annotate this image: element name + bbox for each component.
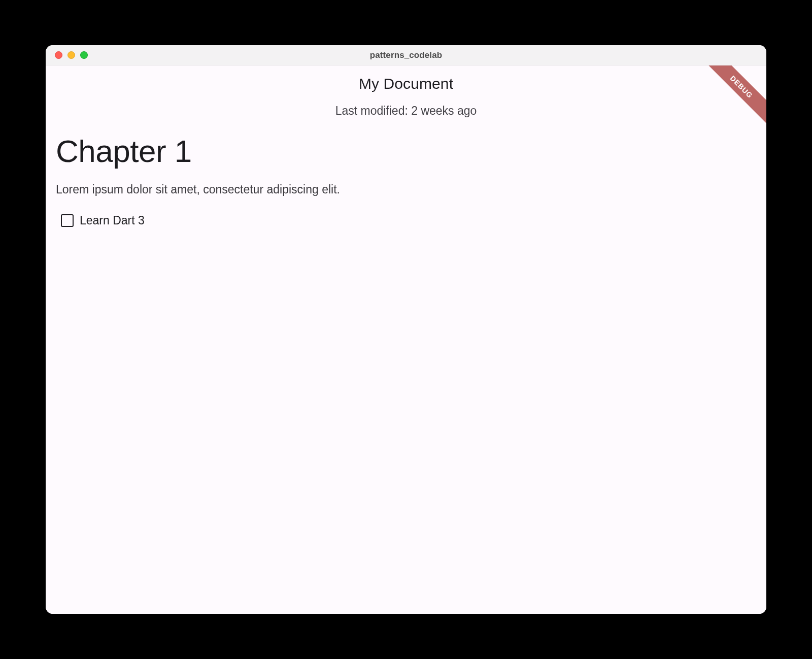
checkbox-list-item[interactable]: Learn Dart 3 [56,214,756,227]
last-modified-text: Last modified: 2 weeks ago [56,104,756,118]
traffic-lights [55,51,88,59]
mac-titlebar: patterns_codelab [46,45,766,65]
minimize-icon[interactable] [67,51,75,59]
app-bar: My Document [46,65,766,102]
app-window: patterns_codelab My Document Last modifi… [46,45,766,614]
page-title: My Document [359,75,453,92]
close-icon[interactable] [55,51,62,59]
checkbox-icon[interactable] [61,214,74,227]
document-content: Last modified: 2 weeks ago Chapter 1 Lor… [46,104,766,227]
fullscreen-icon[interactable] [80,51,88,59]
chapter-heading: Chapter 1 [56,134,756,169]
paragraph-text: Lorem ipsum dolor sit amet, consectetur … [56,183,756,196]
window-title: patterns_codelab [46,50,766,60]
checkbox-label: Learn Dart 3 [80,214,145,227]
app-surface: My Document Last modified: 2 weeks ago C… [46,65,766,614]
